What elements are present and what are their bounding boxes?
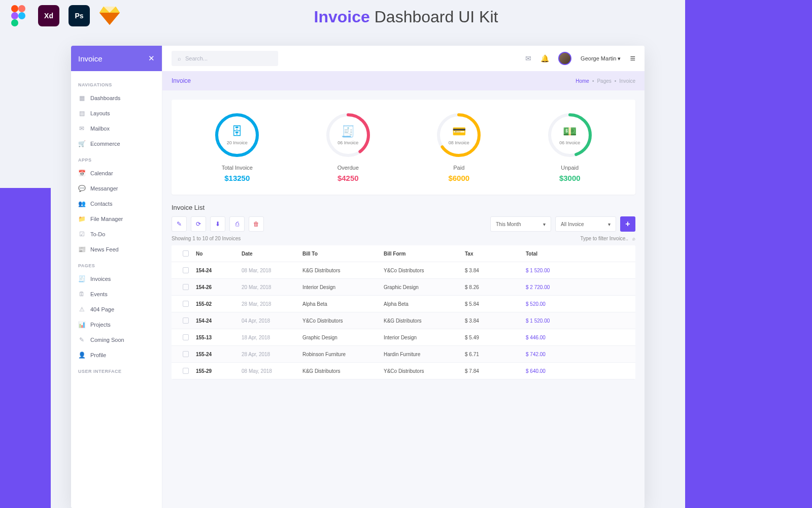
column-header[interactable]: Date bbox=[242, 251, 302, 257]
nav-item-label: Invoices bbox=[90, 276, 111, 282]
stat-total-invoice: 🗄20 InvoiceTotal Invoice$13250 bbox=[214, 112, 260, 182]
sidebar-item-news-feed[interactable]: 📰News Feed bbox=[71, 242, 162, 257]
menu-icon[interactable]: ≡ bbox=[630, 53, 635, 64]
table-row[interactable]: 155-2908 May, 2018K&G DistributorsY&Co D… bbox=[172, 363, 635, 379]
invoice-table: NoDateBill ToBill FormTaxTotal154-2408 M… bbox=[172, 245, 635, 379]
nav-section-label: USER INTERFACE bbox=[71, 363, 162, 377]
topbar: ⌕ Search... ✉ 🔔 George Martin ▾ ≡ bbox=[162, 46, 645, 71]
period-select[interactable]: This Month▾ bbox=[490, 216, 551, 232]
sidebar-item-dashboards[interactable]: ▦Dashboards bbox=[71, 90, 162, 106]
select-all-checkbox[interactable] bbox=[183, 250, 189, 257]
showing-text: Showing 1 to 10 of 20 Invoices bbox=[172, 236, 241, 241]
breadcrumb: Home• Pages• Invoice bbox=[576, 78, 635, 84]
mail-icon[interactable]: ✉ bbox=[525, 54, 531, 62]
nav-item-icon: ⚠ bbox=[78, 306, 85, 313]
cell-date: 28 Apr, 2018 bbox=[242, 352, 302, 357]
cell-no: 154-24 bbox=[196, 268, 242, 273]
table-row[interactable]: 154-2404 Apr, 2018Y&Co DistributorsK&G D… bbox=[172, 312, 635, 329]
sidebar-item-to-do[interactable]: ☑To-Do bbox=[71, 227, 162, 242]
cell-bill-form: Graphic Design bbox=[384, 284, 465, 290]
column-header[interactable]: Bill Form bbox=[384, 251, 465, 257]
sidebar-nav: NAVIGATIONS▦Dashboards▤Layouts✉Mailbox🛒E… bbox=[71, 71, 162, 382]
table-row[interactable]: 155-0228 Mar, 2018Alpha BetaAlpha Beta$ … bbox=[172, 296, 635, 312]
row-checkbox[interactable] bbox=[183, 334, 189, 340]
cell-date: 20 Mar, 2018 bbox=[242, 284, 302, 290]
nav-item-icon: ✎ bbox=[78, 336, 85, 343]
cell-date: 08 May, 2018 bbox=[242, 368, 302, 374]
cell-tax: $ 5.84 bbox=[465, 301, 526, 307]
row-checkbox[interactable] bbox=[183, 351, 189, 357]
nav-item-label: Dashboards bbox=[90, 95, 120, 101]
sidebar-item-ecommerce[interactable]: 🛒Ecommerce bbox=[71, 136, 162, 151]
cell-tax: $ 3.84 bbox=[465, 268, 526, 273]
column-header[interactable]: Total bbox=[526, 251, 631, 257]
filter-input[interactable]: Type to filter Invoice.. bbox=[581, 236, 629, 241]
nav-item-label: Mailbox bbox=[90, 125, 110, 132]
sidebar-item-coming-soon[interactable]: ✎Coming Soon bbox=[71, 332, 162, 347]
nav-item-icon: 🧾 bbox=[78, 275, 85, 282]
table-row[interactable]: 155-2428 Apr, 2018Robinson FurnitureHard… bbox=[172, 346, 635, 363]
search-input[interactable]: ⌕ Search... bbox=[172, 51, 278, 66]
page-heading: Invoice Dashboard UI Kit bbox=[0, 8, 812, 26]
cell-total: $ 742.00 bbox=[526, 352, 631, 357]
stat-value: $13250 bbox=[224, 174, 250, 182]
stat-label: Unpaid bbox=[561, 165, 579, 171]
list-title: Invoice List bbox=[172, 204, 635, 211]
sidebar-item-messanger[interactable]: 💬Messanger bbox=[71, 181, 162, 196]
nav-section-label: NAVIGATIONS bbox=[71, 76, 162, 90]
row-checkbox[interactable] bbox=[183, 368, 189, 374]
settings-icon[interactable]: ✕ bbox=[148, 54, 155, 63]
refresh-button[interactable]: ⟳ bbox=[191, 216, 206, 232]
column-header[interactable]: Bill To bbox=[302, 251, 384, 257]
sidebar-item-projects[interactable]: 📊Projects bbox=[71, 317, 162, 332]
nav-item-label: Messanger bbox=[90, 185, 118, 192]
row-checkbox[interactable] bbox=[183, 301, 189, 307]
bell-icon[interactable]: 🔔 bbox=[540, 54, 549, 62]
search-icon[interactable]: ⌕ bbox=[632, 236, 635, 241]
table-row[interactable]: 155-1318 Apr, 2018Graphic DesignInterior… bbox=[172, 329, 635, 346]
cell-bill-form: K&G Distributors bbox=[384, 318, 465, 324]
nav-item-label: Profile bbox=[90, 352, 106, 358]
sidebar-item-events[interactable]: 🗓Events bbox=[71, 287, 162, 302]
row-checkbox[interactable] bbox=[183, 284, 189, 290]
cell-tax: $ 6.71 bbox=[465, 352, 526, 357]
column-header[interactable]: No bbox=[196, 251, 242, 257]
stat-value: $3000 bbox=[559, 174, 581, 182]
print-button[interactable]: ⎙ bbox=[229, 216, 245, 232]
nav-item-icon: 🛒 bbox=[78, 140, 85, 147]
stat-label: Total Invoice bbox=[222, 165, 253, 171]
cell-tax: $ 8.26 bbox=[465, 284, 526, 290]
avatar[interactable] bbox=[558, 52, 571, 65]
nav-item-label: Ecommerce bbox=[90, 141, 120, 147]
row-checkbox[interactable] bbox=[183, 267, 189, 273]
table-row[interactable]: 154-2408 Mar, 2018K&G DistributorsY&Co D… bbox=[172, 262, 635, 279]
nav-item-icon: ✉ bbox=[78, 125, 85, 132]
row-checkbox[interactable] bbox=[183, 318, 189, 324]
edit-button[interactable]: ✎ bbox=[172, 216, 187, 232]
download-button[interactable]: ⬇ bbox=[210, 216, 225, 232]
nav-item-icon: 👥 bbox=[78, 200, 85, 207]
sidebar-item-calendar[interactable]: 📅Calendar bbox=[71, 166, 162, 181]
sidebar-item-contacts[interactable]: 👥Contacts bbox=[71, 196, 162, 211]
page-title: Invoice bbox=[172, 77, 191, 84]
table-row[interactable]: 154-2620 Mar, 2018Interior DesignGraphic… bbox=[172, 279, 635, 296]
nav-item-icon: 📊 bbox=[78, 321, 85, 328]
sidebar-item-invoices[interactable]: 🧾Invoices bbox=[71, 271, 162, 287]
sidebar-item-mailbox[interactable]: ✉Mailbox bbox=[71, 121, 162, 136]
sidebar-item-404-page[interactable]: ⚠404 Page bbox=[71, 302, 162, 317]
cell-tax: $ 5.49 bbox=[465, 335, 526, 340]
sidebar-item-file-manager[interactable]: 📁File Manager bbox=[71, 211, 162, 227]
chevron-down-icon: ▾ bbox=[543, 221, 546, 227]
status-select[interactable]: All Invoice▾ bbox=[555, 216, 616, 232]
delete-button[interactable]: 🗑 bbox=[249, 216, 264, 232]
nav-item-label: Layouts bbox=[90, 110, 110, 116]
column-header[interactable]: Tax bbox=[465, 251, 526, 257]
list-meta: Showing 1 to 10 of 20 Invoices Type to f… bbox=[172, 236, 635, 241]
user-menu[interactable]: George Martin ▾ bbox=[581, 55, 621, 62]
stat-value: $4250 bbox=[337, 174, 359, 182]
add-invoice-button[interactable]: + bbox=[620, 216, 635, 232]
sidebar-item-layouts[interactable]: ▤Layouts bbox=[71, 106, 162, 121]
sidebar-item-profile[interactable]: 👤Profile bbox=[71, 347, 162, 363]
sidebar-header: Invoice ✕ bbox=[71, 46, 162, 71]
cell-total: $ 2 720.00 bbox=[526, 284, 631, 290]
